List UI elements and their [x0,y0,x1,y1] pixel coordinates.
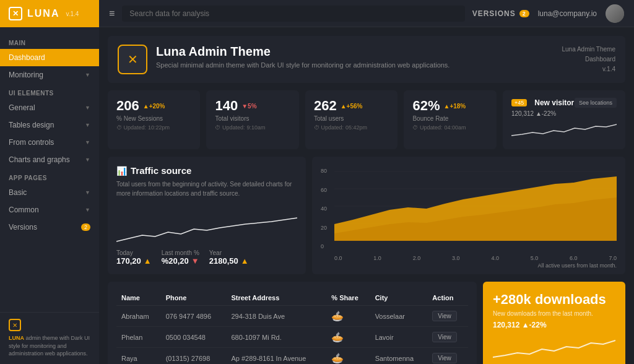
stat-change-up: ▲+20% [143,103,165,110]
traffic-title: 📊 Traffic source [116,165,297,176]
hero-left: ✕ Luna Admin Theme Special minimal admin… [118,45,449,74]
hero-subtitle: Special minimal admin theme with Dark UI… [156,61,449,69]
downloads-stats: 120,312 ▲-22% [493,321,615,329]
traffic-metrics: Today 170,20 ▲ Last month % %20,20 ▼ [116,249,297,266]
logo-icon: ✕ [9,7,22,20]
metric-year: Year 2180,50 ▲ [209,249,249,266]
sidebar-item-general[interactable]: General ▼ [0,99,99,116]
shield-icon: ✕ [118,45,147,74]
chart-x-axis-label: 0.01.02.03.04.05.06.07.0 [321,255,617,261]
sidebar-item-from-controls[interactable]: From controls ▼ [0,134,99,151]
sidebar-footer: ✕ LUNA admin theme with Dark UI style fo… [0,312,99,364]
up-arrow-icon: ▲ [241,256,249,266]
sidebar-item-versions[interactable]: Versions 2 [0,219,99,236]
versions-button[interactable]: VERSIONS 2 [472,9,529,18]
data-table-card: Name Phone Street Address % Share City A… [108,282,477,364]
stat-label: % New Sessions [116,115,191,122]
cell-share: 🥧 [326,348,370,365]
hero-title: Luna Admin Theme [156,45,449,59]
chart-y-labels: 80 60 40 20 0 [321,165,333,252]
cell-city: Lavoir [370,327,428,348]
sidebar-item-dashboard[interactable]: Dashboard [0,49,99,66]
table-row: Raya (01315) 27698 Ap #289-8161 In Avenu… [116,348,468,365]
view-button[interactable]: View [432,332,457,342]
col-name: Name [116,290,161,306]
traffic-description: Total users from the beginning of activi… [116,180,297,198]
stat-card-sessions: 206 ▲+20% % New Sessions ⏱ Updated: 10:2… [108,90,200,149]
new-visitor-title: New visitor [534,98,574,107]
stat-label: Total users [314,115,389,122]
downloads-subtitle: New downloads from the last month. [493,310,615,317]
logo-text: LUNA [27,8,59,19]
chevron-icon: ▼ [85,105,90,111]
cell-share: 🥧 [326,327,370,348]
sidebar-item-basic[interactable]: Basic ▼ [0,184,99,201]
stat-change-up: ▲+18% [444,103,466,110]
stat-value: 262 ▲+56% [314,98,389,114]
traffic-chart [116,204,297,245]
sidebar-item-common[interactable]: Common ▼ [0,201,99,219]
stat-label: Total visitors [215,115,290,122]
cell-city: Vosselaar [370,306,428,327]
sidebar-item-charts-graphs[interactable]: Charts and graphs ▼ [0,151,99,168]
sidebar-item-monitoring[interactable]: Monitoring ▼ [0,66,99,84]
view-button[interactable]: View [432,353,457,363]
cell-phone: (01315) 27698 [161,348,227,365]
up-arrow-icon: ▲ [144,256,152,266]
metric-last-month: Last month % %20,20 ▼ [162,249,199,266]
col-phone: Phone [161,290,227,306]
new-visitor-header: +45 New visitor See locations [511,98,617,108]
chevron-icon: ▼ [85,122,90,128]
new-visitor-badge: +45 [511,99,527,106]
cell-address: Ap #289-8161 In Avenue [226,348,326,365]
cell-action: View [427,327,468,348]
new-visitor-stats: 120,312 ▲-22% [511,110,617,117]
col-city: City [370,290,428,306]
header-right: VERSIONS 2 luna@company.io [472,4,624,23]
stat-value: 140 ▼5% [215,98,290,114]
new-visitor-card: +45 New visitor See locations 120,312 ▲-… [503,90,625,149]
sidebar-item-tables-design[interactable]: Tables design ▼ [0,116,99,134]
sidebar-nav: Main Dashboard Monitoring ▼ UI Elements … [0,27,99,312]
stat-value: 206 ▲+20% [116,98,191,114]
cell-name: Raya [116,348,161,365]
search-input[interactable] [122,6,464,22]
col-action: Action [427,290,468,306]
header: ≡ VERSIONS 2 luna@company.io [99,0,634,27]
cell-share: 🥧 [326,306,370,327]
cell-phone: 076 9477 4896 [161,306,227,327]
avatar-image [606,4,624,23]
cell-action: View [427,348,468,365]
hero-breadcrumb: Luna Admin Theme Dashboard v.1.4 [562,45,615,74]
cell-address: 294-318 Duis Ave [226,306,326,327]
down-arrow-icon: ▼ [191,256,199,266]
sidebar-logo: ✕ LUNA v.1.4 [0,0,99,27]
stat-updated: ⏱ Updated: 04:00am [412,124,487,131]
table-row: Abraham 076 9477 4896 294-318 Duis Ave 🥧… [116,306,468,327]
stat-updated: ⏱ Updated: 05:42pm [314,124,389,131]
chevron-icon: ▼ [85,157,90,163]
traffic-card: 📊 Traffic source Total users from the be… [108,157,306,274]
metric-today: Today 170,20 ▲ [116,249,152,266]
versions-nav-badge: 2 [81,223,90,231]
lower-row: Name Phone Street Address % Share City A… [108,282,625,364]
col-address: Street Address [226,290,326,306]
nav-section-main: Main [0,33,99,49]
content-area: ✕ Luna Admin Theme Special minimal admin… [99,27,634,364]
menu-icon[interactable]: ≡ [109,8,115,19]
stats-row: 206 ▲+20% % New Sessions ⏱ Updated: 10:2… [108,90,625,149]
sidebar: ✕ LUNA v.1.4 Main Dashboard Monitoring ▼… [0,0,99,364]
cell-name: Abraham [116,306,161,327]
main-content: ≡ VERSIONS 2 luna@company.io ✕ Luna Admi… [99,0,634,364]
footer-icon: ✕ [9,319,21,331]
stat-change-up: ▲+56% [341,103,363,110]
bar-chart-icon: 📊 [116,166,127,176]
stat-card-users: 262 ▲+56% Total users ⏱ Updated: 05:42pm [305,90,397,149]
see-locations-button[interactable]: See locations [575,98,617,108]
cell-address: 680-1097 Mi Rd. [226,327,326,348]
area-chart-card: 80 60 40 20 0 [312,157,625,274]
footer-text: LUNA admin theme with Dark UI style for … [9,334,90,358]
stat-change-down: ▼5% [241,103,256,110]
stat-label: Bounce Rate [412,115,487,122]
view-button[interactable]: View [432,311,457,321]
